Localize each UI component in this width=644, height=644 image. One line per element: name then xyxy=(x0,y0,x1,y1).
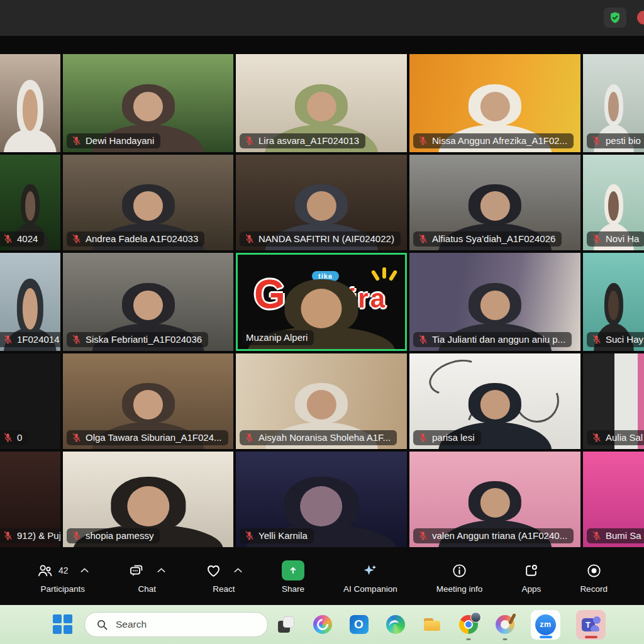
participant-tile[interactable]: Tia Julianti dan anggun aniu p... xyxy=(409,253,580,351)
participant-name: Muzanip Alperi xyxy=(246,332,308,343)
chrome-icon[interactable] xyxy=(458,614,479,635)
active-app-indicator xyxy=(540,636,552,638)
gembira-badge: tika xyxy=(312,271,339,281)
participant-name-label: Siska Febrianti_A1F024036 xyxy=(67,332,208,347)
participant-name: NANDA SAFITRI N (AIF024022) xyxy=(258,233,394,244)
apps-button[interactable]: Apps xyxy=(521,558,541,594)
active-app-indicator xyxy=(585,636,597,638)
meeting-info-button[interactable]: Meeting info xyxy=(436,558,483,594)
edge-icon[interactable] xyxy=(385,614,406,635)
running-app-indicator xyxy=(466,638,470,640)
participant-tile[interactable]: Olga Tawara Siburian_A1F024... xyxy=(63,353,233,449)
participant-name-label: Nissa Anggun Afrezika_A1F02... xyxy=(413,133,574,148)
participant-name-label: 0 xyxy=(0,430,28,445)
participant-name-label: Aisyah Noranisa Sholeha A1F... xyxy=(240,430,397,445)
participant-name: Yelli Karnila xyxy=(258,530,308,541)
mic-muted-icon xyxy=(3,233,13,244)
mic-muted-icon xyxy=(244,135,255,146)
participant-tile[interactable]: Aisyah Noranisa Sholeha A1F... xyxy=(236,353,407,449)
participant-tile[interactable]: Andrea Fadela A1F024033 xyxy=(63,155,233,250)
paint-icon[interactable] xyxy=(494,614,515,635)
participant-name: Suci Hay xyxy=(606,334,643,345)
participants-button[interactable]: 42Participants xyxy=(36,558,89,594)
participant-name: 912) & Puja... xyxy=(17,530,60,541)
participant-tile[interactable]: Novi Ha xyxy=(583,155,644,250)
participant-silhouette xyxy=(0,54,60,152)
info-icon xyxy=(451,558,468,582)
task-view-icon[interactable] xyxy=(275,614,296,635)
windows-taskbar: Search OzmT xyxy=(0,605,644,644)
chrome-profile-avatar xyxy=(470,612,481,623)
participant-tile[interactable]: Alfiatus Sya'diah_A1F024026 xyxy=(409,155,580,250)
participant-name-label: valen Anggun triana (A1F0240... xyxy=(413,528,574,543)
mic-muted-icon xyxy=(591,233,602,244)
participant-tile[interactable]: 0 xyxy=(0,353,60,449)
participant-name: parisa lesi xyxy=(432,432,475,443)
participant-tile[interactable]: Aulia Sal xyxy=(583,353,644,449)
chat-label: Chat xyxy=(138,584,156,594)
mic-muted-icon xyxy=(591,334,602,345)
mic-muted-icon xyxy=(71,530,82,541)
participant-tile[interactable]: valen Anggun triana (A1F0240... xyxy=(409,452,580,547)
participant-name-label: 4024 xyxy=(0,231,44,247)
participant-tile[interactable]: NANDA SAFITRI N (AIF024022) xyxy=(236,155,407,250)
file-explorer-icon[interactable] xyxy=(421,614,442,635)
participant-tile[interactable]: 1F024014 ... xyxy=(0,253,60,351)
participant-tile[interactable]: parisa lesi xyxy=(409,353,580,449)
zoom-app-icon[interactable]: zm xyxy=(531,610,560,640)
participant-name: Novi Ha xyxy=(606,233,639,244)
record-button[interactable]: Record xyxy=(580,558,608,594)
doodle-decoration xyxy=(425,353,486,401)
mic-muted-icon xyxy=(591,432,602,443)
mic-muted-icon xyxy=(591,135,602,146)
meeting-info-label: Meeting info xyxy=(436,584,483,594)
participant-name: pesti bio xyxy=(606,135,641,146)
windows-logo-icon xyxy=(53,625,62,634)
mic-muted-icon xyxy=(3,334,13,345)
participant-tile-active-speaker[interactable]: tikaGbiraMuzanip Alperi xyxy=(236,253,407,351)
participant-tile[interactable]: 912) & Puja... xyxy=(0,452,60,547)
meeting-window-titlebar xyxy=(0,0,644,36)
participant-name-label: Bumi Sa xyxy=(587,528,644,543)
participant-tile[interactable]: shopia pamessy xyxy=(63,452,233,547)
participant-tile[interactable]: Nissa Anggun Afrezika_A1F02... xyxy=(409,54,580,152)
participant-tile[interactable]: pesti bio xyxy=(583,54,644,152)
teams-icon[interactable]: T xyxy=(576,610,606,640)
copilot-icon[interactable] xyxy=(312,614,333,635)
participant-tile[interactable] xyxy=(0,54,60,152)
participant-name-label: Muzanip Alperi xyxy=(242,330,314,345)
participant-name-label: Tia Julianti dan anggun aniu p... xyxy=(413,332,572,347)
apps-label: Apps xyxy=(521,584,541,594)
outlook-icon[interactable]: O xyxy=(348,614,369,635)
participant-tile[interactable]: Bumi Sa xyxy=(583,452,644,547)
start-button[interactable] xyxy=(53,614,73,635)
participant-tile[interactable]: 4024 xyxy=(0,155,60,250)
share-button[interactable]: Share xyxy=(282,558,304,594)
mic-muted-icon xyxy=(3,432,13,443)
mic-muted-icon xyxy=(244,233,255,244)
chat-button[interactable]: Chat xyxy=(128,558,166,594)
participant-name-label: 1F024014 ... xyxy=(0,332,60,347)
participant-name-label: NANDA SAFITRI N (AIF024022) xyxy=(240,231,401,247)
recording-indicator-icon[interactable] xyxy=(637,11,644,25)
search-input[interactable]: Search xyxy=(84,612,268,637)
participant-name: Aulia Sal xyxy=(606,432,643,443)
react-label: React xyxy=(213,584,235,594)
participant-tile[interactable]: Suci Hay xyxy=(583,253,644,351)
participant-name-label: parisa lesi xyxy=(413,430,481,445)
participant-tile[interactable]: Lira asvara_A1F024013 xyxy=(236,54,407,152)
mic-muted-icon xyxy=(244,530,255,541)
participant-name: 1F024014 ... xyxy=(17,334,60,345)
react-button[interactable]: React xyxy=(205,558,243,594)
participant-tile[interactable]: Siska Febrianti_A1F024036 xyxy=(63,253,233,351)
record-icon xyxy=(586,558,602,582)
windows-logo-icon xyxy=(64,614,72,623)
meeting-security-shield-button[interactable] xyxy=(604,8,626,28)
participant-tile[interactable]: Dewi Handayani xyxy=(63,54,233,152)
participant-name-label: Aulia Sal xyxy=(587,430,644,445)
ai-companion-button[interactable]: AI Companion xyxy=(343,558,397,594)
mic-muted-icon xyxy=(71,432,82,443)
participant-name: Lira asvara_A1F024013 xyxy=(258,135,359,146)
participant-tile[interactable]: Yelli Karnila xyxy=(236,452,407,547)
ai-companion-label: AI Companion xyxy=(343,584,397,594)
